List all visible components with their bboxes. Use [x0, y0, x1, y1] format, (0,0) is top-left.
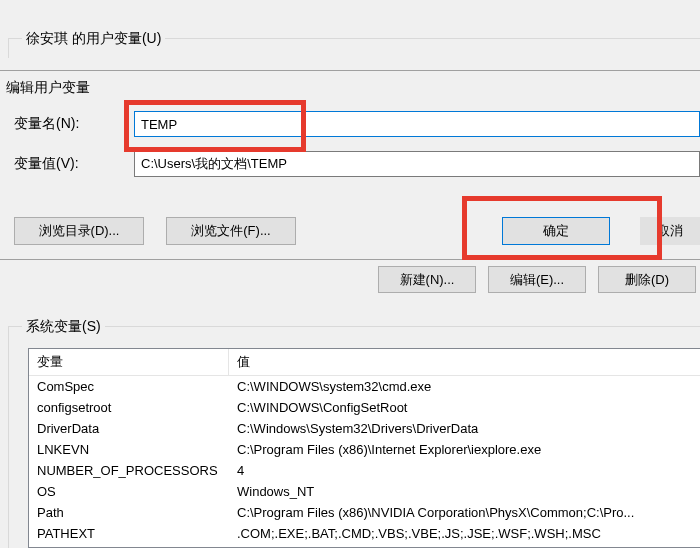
- cell-variable: DriverData: [29, 421, 229, 436]
- sys-vars-list[interactable]: 变量 值 ComSpecC:\WINDOWS\system32\cmd.exec…: [28, 348, 700, 548]
- cell-value: C:\Program Files (x86)\NVIDIA Corporatio…: [229, 505, 700, 520]
- cell-value: C:\WINDOWS\system32\cmd.exe: [229, 379, 700, 394]
- table-row[interactable]: ComSpecC:\WINDOWS\system32\cmd.exe: [29, 376, 700, 397]
- cell-value: C:\Windows\System32\Drivers\DriverData: [229, 421, 700, 436]
- delete-button[interactable]: 删除(D): [598, 266, 696, 293]
- cell-variable: ComSpec: [29, 379, 229, 394]
- edit-user-variable-dialog: 编辑用户变量 变量名(N): 变量值(V): 浏览目录(D)... 浏览文件(F…: [0, 70, 700, 260]
- dialog-button-row: 浏览目录(D)... 浏览文件(F)... 确定 取消: [0, 217, 700, 245]
- user-vars-label: 徐安琪 的用户变量(U): [22, 30, 165, 48]
- table-row[interactable]: PathC:\Program Files (x86)\NVIDIA Corpor…: [29, 502, 700, 523]
- table-row[interactable]: LNKEVNC:\Program Files (x86)\Internet Ex…: [29, 439, 700, 460]
- table-row[interactable]: OSWindows_NT: [29, 481, 700, 502]
- variable-name-row: 变量名(N):: [0, 111, 700, 137]
- edit-button[interactable]: 编辑(E)...: [488, 266, 586, 293]
- sys-vars-list-header: 变量 值: [29, 349, 700, 376]
- dialog-title: 编辑用户变量: [0, 71, 700, 111]
- cell-value: 4: [229, 463, 700, 478]
- cell-variable: NUMBER_OF_PROCESSORS: [29, 463, 229, 478]
- table-row[interactable]: configsetrootC:\WINDOWS\ConfigSetRoot: [29, 397, 700, 418]
- browse-directory-button[interactable]: 浏览目录(D)...: [14, 217, 144, 245]
- col-header-value[interactable]: 值: [229, 349, 700, 376]
- variable-value-input[interactable]: [134, 151, 700, 177]
- browse-file-button[interactable]: 浏览文件(F)...: [166, 217, 296, 245]
- new-button[interactable]: 新建(N)...: [378, 266, 476, 293]
- variable-name-label: 变量名(N):: [14, 115, 134, 133]
- table-row[interactable]: DriverDataC:\Windows\System32\Drivers\Dr…: [29, 418, 700, 439]
- cell-variable: configsetroot: [29, 400, 229, 415]
- ok-button[interactable]: 确定: [502, 217, 610, 245]
- variable-name-input[interactable]: [134, 111, 700, 137]
- cell-variable: LNKEVN: [29, 442, 229, 457]
- cell-value: C:\Program Files (x86)\Internet Explorer…: [229, 442, 700, 457]
- cell-value: Windows_NT: [229, 484, 700, 499]
- cell-variable: PATHEXT: [29, 526, 229, 541]
- table-row[interactable]: NUMBER_OF_PROCESSORS4: [29, 460, 700, 481]
- cell-value: .COM;.EXE;.BAT;.CMD;.VBS;.VBE;.JS;.JSE;.…: [229, 526, 700, 541]
- cell-variable: Path: [29, 505, 229, 520]
- table-row[interactable]: PATHEXT.COM;.EXE;.BAT;.CMD;.VBS;.VBE;.JS…: [29, 523, 700, 544]
- sys-vars-label: 系统变量(S): [22, 318, 105, 336]
- variable-value-row: 变量值(V):: [0, 151, 700, 177]
- cell-variable: OS: [29, 484, 229, 499]
- user-vars-button-row: 新建(N)... 编辑(E)... 删除(D): [378, 266, 700, 293]
- cell-value: C:\WINDOWS\ConfigSetRoot: [229, 400, 700, 415]
- variable-value-label: 变量值(V):: [14, 155, 134, 173]
- col-header-variable[interactable]: 变量: [29, 349, 229, 376]
- cancel-button[interactable]: 取消: [640, 217, 700, 245]
